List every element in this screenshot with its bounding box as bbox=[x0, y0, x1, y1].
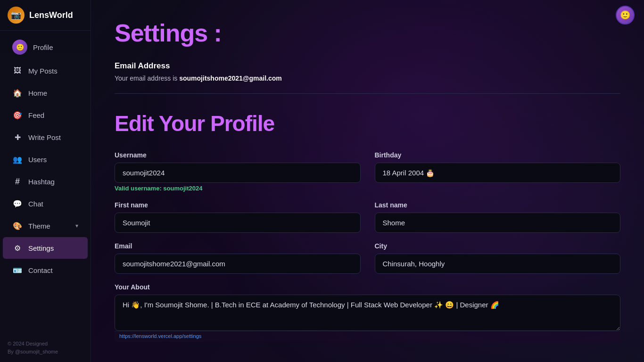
chat-icon: 💬 bbox=[12, 198, 23, 209]
birthday-label: Birthday bbox=[375, 151, 621, 159]
sidebar-item-label: Write Post bbox=[28, 133, 61, 141]
city-label: City bbox=[375, 242, 621, 250]
firstname-group: First name bbox=[115, 201, 361, 233]
my-posts-icon: 🖼 bbox=[12, 66, 23, 76]
users-icon: 👥 bbox=[12, 154, 23, 165]
home-icon: 🏠 bbox=[12, 88, 23, 98]
sidebar-item-my-posts[interactable]: 🖼 My Posts bbox=[3, 60, 88, 82]
birthday-input[interactable] bbox=[375, 163, 621, 183]
form-grid: Username Valid username: soumojit2024 Bi… bbox=[115, 151, 620, 331]
email-section-heading: Email Address bbox=[115, 61, 620, 71]
birthday-group: Birthday bbox=[375, 151, 621, 192]
profile-form: Username Valid username: soumojit2024 Bi… bbox=[115, 151, 620, 331]
sidebar-profile-avatar: 🙂 bbox=[12, 40, 27, 55]
sidebar-item-label: Contact bbox=[28, 266, 53, 274]
sidebar-item-label: Theme bbox=[28, 222, 50, 230]
email-group: Email bbox=[115, 242, 361, 274]
about-label: Your About bbox=[115, 283, 620, 291]
sidebar: 📷 LensWorld 🙂 Profile 🖼 My Posts 🏠 Home … bbox=[0, 0, 91, 362]
lastname-label: Last name bbox=[375, 201, 621, 209]
sidebar-item-users[interactable]: 👥 Users bbox=[3, 148, 88, 170]
sidebar-item-label: Chat bbox=[28, 200, 43, 208]
username-input[interactable] bbox=[115, 163, 361, 183]
sidebar-item-label: Profile bbox=[33, 43, 53, 51]
hashtag-icon: # bbox=[12, 176, 23, 187]
section-divider bbox=[115, 93, 620, 94]
email-description: Your email address is soumojitshome2021@… bbox=[115, 74, 620, 82]
copyright: © 2024 Designed bbox=[8, 340, 83, 348]
firstname-label: First name bbox=[115, 201, 361, 209]
city-group: City bbox=[375, 242, 621, 274]
theme-icon: 🎨 bbox=[12, 221, 23, 231]
sidebar-item-label: Hashtag bbox=[28, 178, 55, 186]
sidebar-item-write-post[interactable]: ✚ Write Post bbox=[3, 126, 88, 148]
contact-icon: 🪪 bbox=[12, 265, 23, 275]
sidebar-item-settings[interactable]: ⚙ Settings bbox=[3, 237, 88, 259]
about-group: Your About bbox=[115, 283, 620, 331]
email-input[interactable] bbox=[115, 254, 361, 274]
sidebar-item-label: Home bbox=[28, 89, 47, 97]
write-post-icon: ✚ bbox=[12, 132, 23, 142]
lastname-input[interactable] bbox=[375, 213, 621, 233]
sidebar-item-label: My Posts bbox=[28, 67, 58, 75]
attribution: By @soumojit_shome bbox=[8, 348, 83, 356]
email-prefix: Your email address is bbox=[115, 74, 179, 82]
app-logo[interactable]: 📷 LensWorld bbox=[0, 0, 91, 31]
chevron-down-icon: ▾ bbox=[75, 222, 78, 229]
city-input[interactable] bbox=[375, 254, 621, 274]
sidebar-footer: © 2024 Designed By @soumojit_shome bbox=[0, 333, 91, 362]
content-area: Settings : Email Address Your email addr… bbox=[115, 19, 620, 331]
logo-icon: 📷 bbox=[8, 7, 25, 24]
main-content: 🙂 Settings : Email Address Your email ad… bbox=[91, 0, 644, 362]
username-label: Username bbox=[115, 151, 361, 159]
user-avatar[interactable]: 🙂 bbox=[616, 6, 635, 25]
lastname-group: Last name bbox=[375, 201, 621, 233]
feed-icon: 🎯 bbox=[12, 110, 23, 120]
url-bar: https://lensworld.vercel.app/settings bbox=[115, 331, 620, 342]
email-value: soumojitshome2021@gmail.com bbox=[179, 74, 282, 82]
sidebar-item-hashtag[interactable]: # Hashtag bbox=[3, 171, 88, 192]
settings-icon: ⚙ bbox=[12, 243, 23, 253]
sidebar-item-home[interactable]: 🏠 Home bbox=[3, 82, 88, 104]
sidebar-item-contact[interactable]: 🪪 Contact bbox=[3, 259, 88, 281]
sidebar-item-chat[interactable]: 💬 Chat bbox=[3, 193, 88, 214]
sidebar-nav: 🙂 Profile 🖼 My Posts 🏠 Home 🎯 Feed ✚ Wri… bbox=[0, 31, 91, 333]
about-textarea[interactable] bbox=[115, 295, 620, 331]
username-valid-message: Valid username: soumojit2024 bbox=[115, 185, 361, 192]
sidebar-item-label: Feed bbox=[28, 111, 44, 119]
url-text: https://lensworld.vercel.app/settings bbox=[119, 333, 201, 339]
sidebar-item-profile[interactable]: 🙂 Profile bbox=[3, 35, 88, 59]
sidebar-item-label: Users bbox=[28, 156, 47, 164]
email-section: Email Address Your email address is soum… bbox=[115, 61, 620, 82]
email-label: Email bbox=[115, 242, 361, 250]
page-title: Settings : bbox=[115, 19, 620, 47]
username-group: Username Valid username: soumojit2024 bbox=[115, 151, 361, 192]
top-bar: 🙂 bbox=[606, 0, 644, 30]
edit-profile-title: Edit Your Profile bbox=[115, 111, 620, 136]
firstname-input[interactable] bbox=[115, 213, 361, 233]
sidebar-item-label: Settings bbox=[28, 244, 54, 252]
app-name: LensWorld bbox=[29, 10, 73, 20]
sidebar-item-theme[interactable]: 🎨 Theme ▾ bbox=[3, 215, 88, 237]
sidebar-item-feed[interactable]: 🎯 Feed bbox=[3, 104, 88, 126]
